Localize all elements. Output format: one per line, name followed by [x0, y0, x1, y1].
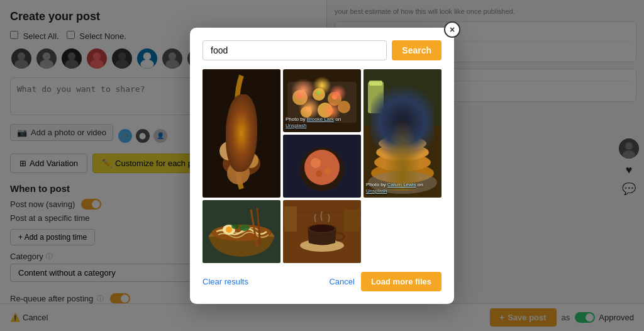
search-row: Search	[203, 40, 441, 60]
image-cell-5[interactable]	[203, 200, 280, 263]
load-more-button[interactable]: Load more files	[361, 272, 441, 291]
svg-rect-35	[364, 69, 441, 198]
clear-results-button[interactable]: Clear results	[203, 277, 248, 286]
svg-point-44	[404, 135, 410, 142]
search-button[interactable]: Search	[392, 40, 441, 60]
svg-point-42	[407, 137, 414, 144]
svg-point-63	[231, 224, 239, 229]
svg-point-53	[325, 167, 332, 175]
search-input[interactable]	[203, 40, 387, 60]
svg-point-21	[219, 142, 238, 160]
svg-point-31	[338, 101, 350, 113]
svg-point-51	[304, 150, 340, 185]
svg-point-38	[376, 144, 429, 160]
svg-point-34	[332, 94, 337, 99]
svg-point-30	[318, 103, 333, 118]
svg-point-32	[297, 93, 303, 98]
image-cell-2[interactable]: Photo by Brooke Lark on Unsplash	[283, 69, 361, 132]
svg-point-43	[396, 139, 401, 144]
image-cell-4[interactable]	[283, 135, 361, 198]
modal-close-button[interactable]: ×	[444, 21, 460, 38]
modal-overlay: × Search	[0, 0, 644, 331]
svg-point-27	[313, 88, 325, 101]
svg-point-59	[226, 227, 232, 233]
image-search-modal: × Search	[190, 28, 454, 304]
cancel-button[interactable]: Cancel	[329, 277, 354, 286]
svg-point-52	[311, 158, 321, 168]
svg-point-37	[374, 154, 431, 171]
svg-point-54	[316, 171, 322, 177]
svg-point-23	[227, 162, 250, 184]
modal-footer: Clear results Cancel Load more files	[203, 272, 441, 291]
svg-point-70	[309, 225, 335, 232]
image-cell-1[interactable]	[203, 69, 280, 198]
svg-point-28	[328, 92, 341, 106]
svg-rect-48	[369, 81, 382, 86]
svg-rect-71	[284, 206, 297, 232]
svg-point-41	[399, 134, 406, 140]
svg-point-33	[317, 91, 321, 94]
svg-rect-72	[344, 210, 360, 232]
svg-point-36	[371, 163, 434, 183]
image-caption-3: Photo by Calum Lewis on Unsplash	[366, 182, 441, 195]
svg-point-22	[243, 153, 258, 168]
footer-right: Cancel Load more files	[329, 272, 441, 291]
image-cell-6[interactable]	[283, 200, 361, 263]
image-grid: Photo by Brooke Lark on Unsplash	[203, 69, 441, 263]
svg-rect-47	[368, 82, 384, 113]
svg-rect-46	[364, 69, 441, 126]
image-caption-2: Photo by Brooke Lark on Unsplash	[286, 116, 361, 130]
svg-point-40	[389, 136, 397, 143]
svg-point-26	[292, 90, 308, 105]
svg-point-62	[240, 225, 250, 231]
image-cell-3[interactable]: Photo by Calum Lewis on Unsplash	[364, 69, 441, 198]
svg-point-39	[379, 136, 426, 151]
